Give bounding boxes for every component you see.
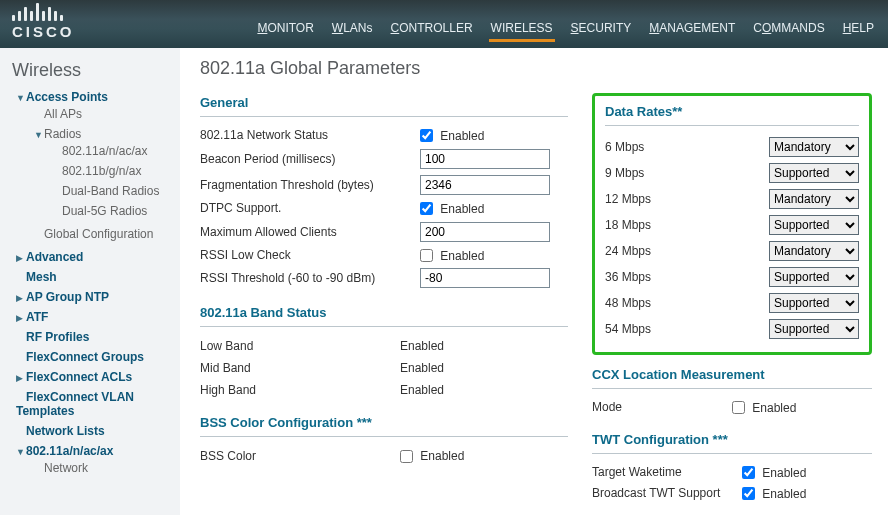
- sidebar-title: Wireless: [4, 56, 176, 87]
- twt-broadcast-checkbox[interactable]: [742, 487, 755, 500]
- row-ccx-mode: Mode Enabled: [592, 397, 872, 418]
- data-rate-select-12mbps[interactable]: MandatorySupportedDisabled: [769, 189, 859, 209]
- sidebar-item-flexconnect-groups[interactable]: FlexConnect Groups: [26, 350, 144, 364]
- rssi-low-checkbox[interactable]: [420, 249, 433, 262]
- right-column: Data Rates** 6 MbpsMandatorySupportedDis…: [592, 93, 872, 503]
- menu-wireless[interactable]: WIRELESS: [489, 17, 555, 42]
- data-rate-select-24mbps[interactable]: MandatorySupportedDisabled: [769, 241, 859, 261]
- beacon-input[interactable]: [420, 149, 550, 169]
- menu-help[interactable]: HELP: [841, 17, 876, 42]
- dtpc-checkbox[interactable]: [420, 202, 433, 215]
- section-general-title: General: [200, 93, 568, 117]
- data-rate-label: 6 Mbps: [605, 140, 644, 154]
- row-low-band: Low BandEnabled: [200, 335, 568, 357]
- data-rate-label: 48 Mbps: [605, 296, 651, 310]
- menu-controller[interactable]: CONTROLLER: [389, 17, 475, 42]
- sidebar-item-dual-band-radios[interactable]: Dual-Band Radios: [62, 184, 159, 198]
- fragmentation-input[interactable]: [420, 175, 550, 195]
- row-fragmentation: Fragmentation Threshold (bytes): [200, 172, 568, 198]
- data-rate-select-36mbps[interactable]: MandatorySupportedDisabled: [769, 267, 859, 287]
- ccx-mode-checkbox[interactable]: [732, 401, 745, 414]
- data-rate-row: 24 MbpsMandatorySupportedDisabled: [605, 238, 859, 264]
- section-ccx-title: CCX Location Measurement: [592, 365, 872, 389]
- data-rate-select-9mbps[interactable]: MandatorySupportedDisabled: [769, 163, 859, 183]
- section-data-rates-title: Data Rates**: [605, 102, 859, 126]
- sidebar-item-global-configuration[interactable]: Global Configuration: [44, 227, 153, 241]
- content: 802.11a Global Parameters General 802.11…: [180, 48, 888, 515]
- sidebar-item-802-11b-g-n-ax[interactable]: 802.11b/g/n/ax: [62, 164, 141, 178]
- menu-management[interactable]: MANAGEMENT: [647, 17, 737, 42]
- expander-icon: ▶: [16, 253, 26, 263]
- menu-wlans[interactable]: WLANs: [330, 17, 375, 42]
- data-rate-select-48mbps[interactable]: MandatorySupportedDisabled: [769, 293, 859, 313]
- sidebar-item-atf[interactable]: ATF: [26, 310, 48, 324]
- expander-icon[interactable]: ▼: [34, 130, 44, 140]
- data-rate-select-54mbps[interactable]: MandatorySupportedDisabled: [769, 319, 859, 339]
- data-rate-label: 9 Mbps: [605, 166, 644, 180]
- data-rate-row: 36 MbpsMandatorySupportedDisabled: [605, 264, 859, 290]
- row-bss-color: BSS Color Enabled: [200, 445, 568, 466]
- page-title: 802.11a Global Parameters: [200, 56, 872, 93]
- row-rssi-low: RSSI Low Check Enabled: [200, 245, 568, 266]
- expander-icon: ▶: [16, 373, 26, 383]
- network-status-checkbox[interactable]: [420, 129, 433, 142]
- sidebar: Wireless ▼Access PointsAll APs▼Radios802…: [0, 48, 180, 515]
- max-clients-input[interactable]: [420, 222, 550, 242]
- sidebar-item-flexconnect-acls[interactable]: FlexConnect ACLs: [26, 370, 132, 384]
- expander-icon: ▶: [16, 313, 26, 323]
- row-rssi-threshold: RSSI Threshold (-60 to -90 dBm): [200, 265, 568, 291]
- sidebar-item-rf-profiles[interactable]: RF Profiles: [26, 330, 89, 344]
- sidebar-item-radios[interactable]: Radios: [44, 127, 81, 141]
- section-bss-title: BSS Color Configuration ***: [200, 413, 568, 437]
- left-column: General 802.11a Network Status Enabled B…: [200, 93, 568, 503]
- data-rate-row: 18 MbpsMandatorySupportedDisabled: [605, 212, 859, 238]
- sidebar-item-network-lists[interactable]: Network Lists: [26, 424, 105, 438]
- data-rate-select-6mbps[interactable]: MandatorySupportedDisabled: [769, 137, 859, 157]
- menu-security[interactable]: SECURITY: [569, 17, 634, 42]
- sidebar-tree: ▼Access PointsAll APs▼Radios802.11a/n/ac…: [4, 87, 176, 481]
- sidebar-item-mesh[interactable]: Mesh: [26, 270, 57, 284]
- row-beacon: Beacon Period (millisecs): [200, 146, 568, 172]
- menu-monitor[interactable]: MONITOR: [255, 17, 315, 42]
- section-twt-title: TWT Configuration ***: [592, 430, 872, 454]
- row-network-status: 802.11a Network Status Enabled: [200, 125, 568, 146]
- sidebar-item-802-11a-n-ac-ax[interactable]: 802.11a/n/ac/ax: [26, 444, 113, 458]
- row-mid-band: Mid BandEnabled: [200, 357, 568, 379]
- row-twt-target: Target Waketime Enabled: [592, 462, 872, 483]
- sidebar-item-network[interactable]: Network: [44, 461, 88, 475]
- sidebar-item-flexconnect-vlan-templates[interactable]: FlexConnect VLAN Templates: [16, 390, 134, 418]
- main-menu: MONITORWLANsCONTROLLERWIRELESSSECURITYMA…: [255, 17, 876, 42]
- data-rate-row: 9 MbpsMandatorySupportedDisabled: [605, 160, 859, 186]
- topbar: CISCO MONITORWLANsCONTROLLERWIRELESSSECU…: [0, 0, 888, 48]
- expander-icon[interactable]: ▼: [16, 93, 26, 103]
- expander-icon[interactable]: ▼: [16, 447, 26, 457]
- data-rate-row: 54 MbpsMandatorySupportedDisabled: [605, 316, 859, 342]
- data-rate-row: 48 MbpsMandatorySupportedDisabled: [605, 290, 859, 316]
- row-twt-broadcast: Broadcast TWT Support Enabled: [592, 483, 872, 504]
- bss-color-checkbox[interactable]: [400, 450, 413, 463]
- data-rate-select-18mbps[interactable]: MandatorySupportedDisabled: [769, 215, 859, 235]
- data-rate-row: 12 MbpsMandatorySupportedDisabled: [605, 186, 859, 212]
- sidebar-item-dual-5g-radios[interactable]: Dual-5G Radios: [62, 204, 147, 218]
- sidebar-item-access-points[interactable]: Access Points: [26, 90, 108, 104]
- data-rate-label: 54 Mbps: [605, 322, 651, 336]
- sidebar-item-ap-group-ntp[interactable]: AP Group NTP: [26, 290, 109, 304]
- row-high-band: High BandEnabled: [200, 379, 568, 401]
- menu-commands[interactable]: COMMANDS: [751, 17, 826, 42]
- cisco-bars-icon: [12, 3, 63, 21]
- sidebar-item-advanced[interactable]: Advanced: [26, 250, 83, 264]
- brand-logo: CISCO: [12, 3, 75, 42]
- sidebar-item-802-11a-n-ac-ax[interactable]: 802.11a/n/ac/ax: [62, 144, 147, 158]
- row-dtpc: DTPC Support. Enabled: [200, 198, 568, 219]
- data-rate-label: 18 Mbps: [605, 218, 651, 232]
- twt-target-checkbox[interactable]: [742, 466, 755, 479]
- expander-icon: ▶: [16, 293, 26, 303]
- section-band-title: 802.11a Band Status: [200, 303, 568, 327]
- data-rates-highlight-box: Data Rates** 6 MbpsMandatorySupportedDis…: [592, 93, 872, 355]
- data-rate-label: 24 Mbps: [605, 244, 651, 258]
- row-max-clients: Maximum Allowed Clients: [200, 219, 568, 245]
- rssi-threshold-input[interactable]: [420, 268, 550, 288]
- sidebar-item-all-aps[interactable]: All APs: [44, 107, 82, 121]
- main-container: Wireless ▼Access PointsAll APs▼Radios802…: [0, 48, 888, 515]
- data-rate-label: 12 Mbps: [605, 192, 651, 206]
